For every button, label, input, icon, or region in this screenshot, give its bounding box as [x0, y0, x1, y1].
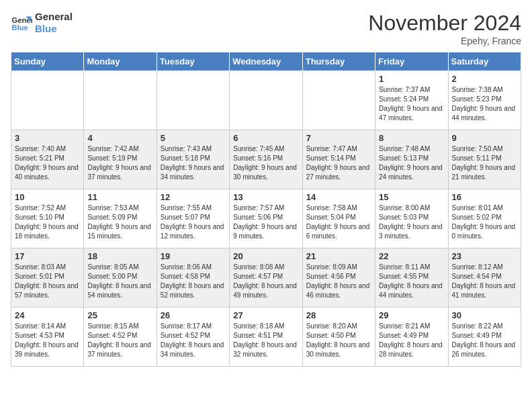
calendar-cell: 3Sunrise: 7:40 AM Sunset: 5:21 PM Daylig… — [11, 130, 84, 189]
calendar-cell: 11Sunrise: 7:53 AM Sunset: 5:09 PM Dayli… — [84, 189, 157, 248]
logo-general: General — [35, 11, 73, 23]
day-number: 21 — [306, 251, 371, 261]
calendar-cell: 21Sunrise: 8:09 AM Sunset: 4:56 PM Dayli… — [302, 248, 375, 308]
title-block: November 2024 Epehy, France — [368, 11, 521, 46]
calendar-cell: 10Sunrise: 7:52 AM Sunset: 5:10 PM Dayli… — [11, 189, 84, 248]
day-of-week-header: Sunday — [11, 52, 84, 71]
calendar-cell: 16Sunrise: 8:01 AM Sunset: 5:02 PM Dayli… — [448, 189, 521, 248]
day-info: Sunrise: 8:01 AM Sunset: 5:02 PM Dayligh… — [452, 203, 517, 241]
day-of-week-header: Monday — [84, 52, 157, 71]
calendar-cell: 7Sunrise: 7:47 AM Sunset: 5:14 PM Daylig… — [302, 130, 375, 189]
calendar-cell — [11, 71, 84, 130]
day-info: Sunrise: 7:42 AM Sunset: 5:19 PM Dayligh… — [87, 144, 152, 182]
day-number: 26 — [161, 310, 226, 320]
calendar-cell: 18Sunrise: 8:05 AM Sunset: 5:00 PM Dayli… — [84, 248, 157, 308]
calendar-cell — [230, 71, 302, 130]
day-number: 3 — [15, 133, 80, 143]
calendar-cell: 20Sunrise: 8:08 AM Sunset: 4:57 PM Dayli… — [230, 248, 302, 308]
day-info: Sunrise: 7:58 AM Sunset: 5:04 PM Dayligh… — [306, 203, 371, 241]
calendar-cell: 14Sunrise: 7:58 AM Sunset: 5:04 PM Dayli… — [302, 189, 375, 248]
day-info: Sunrise: 7:45 AM Sunset: 5:16 PM Dayligh… — [233, 144, 298, 182]
calendar-cell: 5Sunrise: 7:43 AM Sunset: 5:18 PM Daylig… — [157, 130, 229, 189]
day-info: Sunrise: 8:11 AM Sunset: 4:55 PM Dayligh… — [379, 263, 444, 300]
day-number: 18 — [87, 251, 152, 261]
day-info: Sunrise: 7:43 AM Sunset: 5:18 PM Dayligh… — [161, 144, 226, 182]
calendar-cell: 17Sunrise: 8:03 AM Sunset: 5:01 PM Dayli… — [11, 248, 84, 308]
calendar-cell: 28Sunrise: 8:20 AM Sunset: 4:50 PM Dayli… — [302, 308, 375, 367]
day-number: 5 — [161, 133, 226, 143]
calendar-cell: 22Sunrise: 8:11 AM Sunset: 4:55 PM Dayli… — [375, 248, 448, 308]
day-number: 30 — [452, 310, 517, 320]
calendar-table: SundayMondayTuesdayWednesdayThursdayFrid… — [11, 52, 521, 367]
day-info: Sunrise: 8:12 AM Sunset: 4:54 PM Dayligh… — [452, 263, 517, 300]
day-number: 8 — [379, 133, 444, 143]
day-number: 14 — [306, 192, 371, 202]
day-number: 17 — [15, 251, 80, 261]
day-of-week-header: Tuesday — [157, 52, 229, 71]
day-info: Sunrise: 7:40 AM Sunset: 5:21 PM Dayligh… — [15, 144, 80, 182]
day-number: 25 — [87, 310, 152, 320]
calendar-cell — [157, 71, 229, 130]
calendar-cell: 30Sunrise: 8:22 AM Sunset: 4:49 PM Dayli… — [448, 308, 521, 367]
day-info: Sunrise: 8:20 AM Sunset: 4:50 PM Dayligh… — [306, 322, 371, 359]
calendar-cell — [302, 71, 375, 130]
day-info: Sunrise: 8:00 AM Sunset: 5:03 PM Dayligh… — [379, 203, 444, 241]
calendar-cell: 24Sunrise: 8:14 AM Sunset: 4:53 PM Dayli… — [11, 308, 84, 367]
day-number: 2 — [452, 74, 517, 84]
day-of-week-header: Saturday — [448, 52, 521, 71]
day-number: 1 — [379, 74, 444, 84]
calendar-cell — [84, 71, 157, 130]
calendar-cell: 23Sunrise: 8:12 AM Sunset: 4:54 PM Dayli… — [448, 248, 521, 308]
calendar-cell: 2Sunrise: 7:38 AM Sunset: 5:23 PM Daylig… — [448, 71, 521, 130]
day-info: Sunrise: 7:55 AM Sunset: 5:07 PM Dayligh… — [161, 203, 226, 241]
calendar-cell: 19Sunrise: 8:06 AM Sunset: 4:58 PM Dayli… — [157, 248, 229, 308]
day-info: Sunrise: 8:21 AM Sunset: 4:49 PM Dayligh… — [379, 322, 444, 359]
logo: General Blue General Blue — [11, 11, 73, 35]
calendar-cell: 4Sunrise: 7:42 AM Sunset: 5:19 PM Daylig… — [84, 130, 157, 189]
day-info: Sunrise: 8:08 AM Sunset: 4:57 PM Dayligh… — [233, 263, 298, 300]
logo-blue: Blue — [35, 23, 73, 35]
day-of-week-header: Friday — [375, 52, 448, 71]
day-number: 15 — [379, 192, 444, 202]
calendar-cell: 27Sunrise: 8:18 AM Sunset: 4:51 PM Dayli… — [230, 308, 302, 367]
calendar-cell: 1Sunrise: 7:37 AM Sunset: 5:24 PM Daylig… — [375, 71, 448, 130]
day-info: Sunrise: 7:48 AM Sunset: 5:13 PM Dayligh… — [379, 144, 444, 182]
day-info: Sunrise: 8:15 AM Sunset: 4:52 PM Dayligh… — [87, 322, 152, 359]
svg-text:Blue: Blue — [12, 24, 28, 32]
day-number: 29 — [379, 310, 444, 320]
day-info: Sunrise: 8:05 AM Sunset: 5:00 PM Dayligh… — [87, 263, 152, 300]
day-number: 16 — [452, 192, 517, 202]
calendar-cell: 12Sunrise: 7:55 AM Sunset: 5:07 PM Dayli… — [157, 189, 229, 248]
calendar-cell: 25Sunrise: 8:15 AM Sunset: 4:52 PM Dayli… — [84, 308, 157, 367]
day-info: Sunrise: 8:14 AM Sunset: 4:53 PM Dayligh… — [15, 322, 80, 359]
calendar-cell: 8Sunrise: 7:48 AM Sunset: 5:13 PM Daylig… — [375, 130, 448, 189]
day-info: Sunrise: 8:22 AM Sunset: 4:49 PM Dayligh… — [452, 322, 517, 359]
day-number: 4 — [87, 133, 152, 143]
day-info: Sunrise: 7:53 AM Sunset: 5:09 PM Dayligh… — [87, 203, 152, 241]
day-info: Sunrise: 8:18 AM Sunset: 4:51 PM Dayligh… — [233, 322, 298, 359]
day-info: Sunrise: 7:52 AM Sunset: 5:10 PM Dayligh… — [15, 203, 80, 241]
day-number: 28 — [306, 310, 371, 320]
day-number: 22 — [379, 251, 444, 261]
day-info: Sunrise: 7:57 AM Sunset: 5:06 PM Dayligh… — [233, 203, 298, 241]
day-of-week-header: Wednesday — [230, 52, 302, 71]
day-info: Sunrise: 7:47 AM Sunset: 5:14 PM Dayligh… — [306, 144, 371, 182]
day-of-week-header: Thursday — [302, 52, 375, 71]
day-number: 9 — [452, 133, 517, 143]
logo-icon: General Blue — [11, 12, 32, 34]
day-number: 20 — [233, 251, 298, 261]
day-number: 19 — [161, 251, 226, 261]
day-info: Sunrise: 8:06 AM Sunset: 4:58 PM Dayligh… — [161, 263, 226, 300]
day-number: 11 — [87, 192, 152, 202]
day-number: 7 — [306, 133, 371, 143]
calendar-cell: 26Sunrise: 8:17 AM Sunset: 4:52 PM Dayli… — [157, 308, 229, 367]
day-info: Sunrise: 7:50 AM Sunset: 5:11 PM Dayligh… — [452, 144, 517, 182]
calendar-cell: 13Sunrise: 7:57 AM Sunset: 5:06 PM Dayli… — [230, 189, 302, 248]
calendar-cell: 9Sunrise: 7:50 AM Sunset: 5:11 PM Daylig… — [448, 130, 521, 189]
calendar-cell: 6Sunrise: 7:45 AM Sunset: 5:16 PM Daylig… — [230, 130, 302, 189]
calendar-cell: 29Sunrise: 8:21 AM Sunset: 4:49 PM Dayli… — [375, 308, 448, 367]
day-number: 24 — [15, 310, 80, 320]
day-info: Sunrise: 7:38 AM Sunset: 5:23 PM Dayligh… — [452, 85, 517, 123]
day-number: 13 — [233, 192, 298, 202]
page-header: General Blue General Blue November 2024 … — [11, 11, 521, 46]
